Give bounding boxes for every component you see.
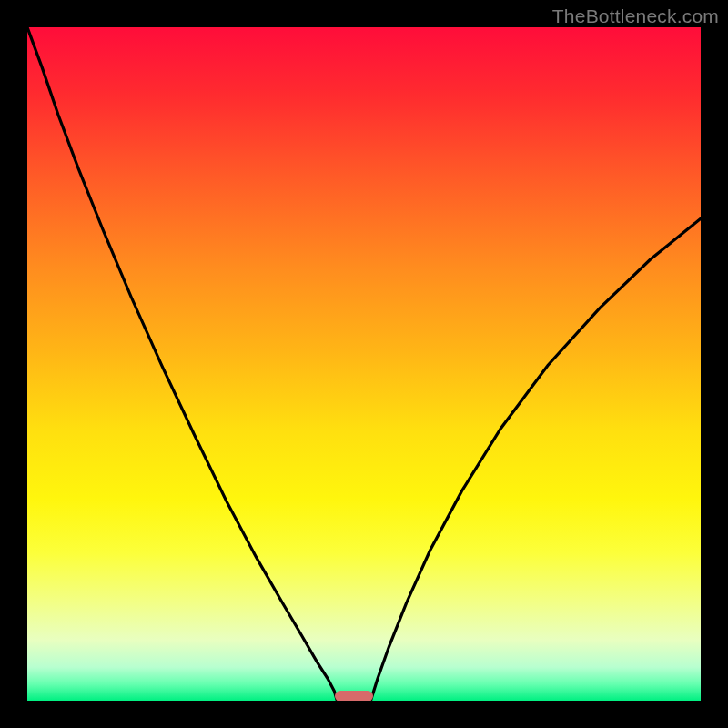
plot-area xyxy=(27,27,701,701)
chart-frame: TheBottleneck.com xyxy=(0,0,728,728)
bottleneck-marker xyxy=(335,691,373,701)
watermark-text: TheBottleneck.com xyxy=(552,5,719,27)
right-curve xyxy=(370,218,701,701)
left-curve xyxy=(27,27,337,701)
curves-layer xyxy=(27,27,701,701)
